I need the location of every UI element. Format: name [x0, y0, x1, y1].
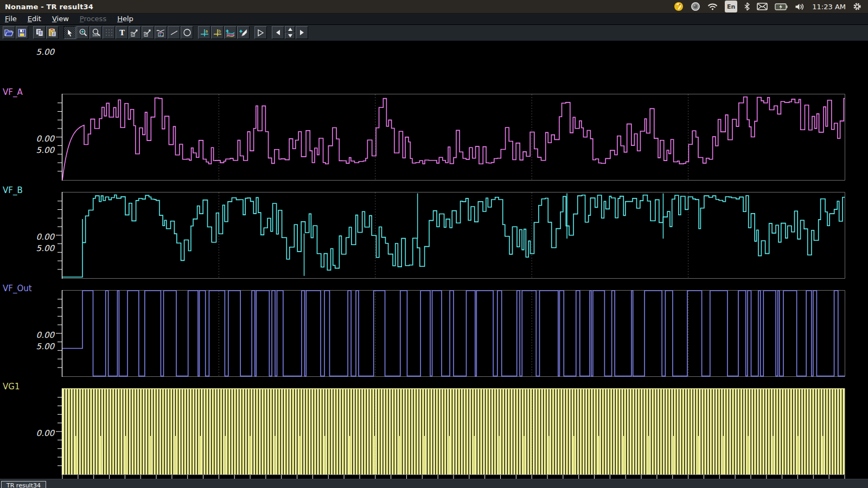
- svg-text:b: b: [218, 28, 221, 33]
- cursor-icon: [67, 29, 73, 37]
- probe-button[interactable]: [237, 26, 250, 39]
- copy-button[interactable]: [33, 26, 46, 39]
- ellipse-tool-icon: [183, 28, 192, 37]
- run-icon: [257, 29, 265, 37]
- nav-right-button[interactable]: [296, 26, 308, 39]
- menu-file[interactable]: File: [0, 14, 23, 24]
- cursor-a-icon: a: [200, 28, 209, 37]
- copy-icon: [35, 28, 44, 37]
- paste-icon: [48, 28, 57, 37]
- nav-left-icon: [276, 30, 280, 35]
- bluetooth-icon[interactable]: [744, 1, 750, 12]
- line-tool-icon: [170, 29, 178, 36]
- run-button[interactable]: [254, 26, 267, 39]
- interpolate-curve-button[interactable]: ?: [142, 26, 154, 39]
- battery-icon[interactable]: [775, 1, 788, 12]
- keyboard-layout-indicator[interactable]: En: [725, 1, 737, 12]
- y-max-label-4: 5.00: [16, 342, 54, 351]
- scale-curve-icon: a: [130, 28, 139, 37]
- window-title: Noname - TR result34: [0, 3, 93, 11]
- system-tray: En 11:23 AM: [674, 1, 868, 12]
- y-min-label-4: 0.00: [16, 429, 54, 438]
- desktop-screen: { "desktop": { "title": "Noname - TR res…: [0, 0, 868, 488]
- svg-text:a: a: [205, 28, 208, 33]
- select-tool-button[interactable]: [63, 26, 76, 39]
- pane-vg1[interactable]: [56, 388, 846, 475]
- paste-button[interactable]: [46, 26, 59, 39]
- cursor-a-button[interactable]: a: [198, 26, 210, 39]
- svg-text:T: T: [119, 29, 125, 36]
- grid-button: [103, 26, 115, 39]
- result-tab-bar: TR result34: [0, 479, 868, 488]
- menu-view[interactable]: View: [47, 14, 75, 24]
- waveform-plot-area[interactable]: 5.00 0.00 5.00 0.00 5.00 0.00 5.00 0.00 …: [0, 41, 868, 479]
- svg-text:x: x: [162, 34, 164, 37]
- grid-icon: [105, 29, 113, 36]
- menu-help[interactable]: Help: [112, 14, 139, 24]
- save-icon: [18, 29, 26, 37]
- menu-bar: File Edit View Process Help: [0, 13, 868, 25]
- svg-text:?: ?: [145, 34, 146, 37]
- spinner-down-icon: [288, 34, 292, 37]
- signal-label-vg1: VG1: [3, 382, 54, 391]
- camera-icon[interactable]: [691, 1, 700, 12]
- cursor-b-button[interactable]: b: [211, 26, 224, 39]
- spinner-down-button[interactable]: [285, 33, 295, 39]
- messenger-icon[interactable]: [674, 1, 684, 12]
- y-max-label-2: 5.00: [16, 146, 54, 155]
- toolbar: 100% T a ? x a b: [0, 24, 868, 41]
- y-min-label-1: 0.00: [16, 134, 54, 144]
- zoom-out-100-icon: 100%: [92, 28, 100, 37]
- signal-label-vf-out: VF_Out: [3, 284, 54, 293]
- text-tool-button[interactable]: T: [116, 26, 128, 39]
- y-min-label-2: 0.00: [16, 233, 54, 242]
- y-max-label-3: 5.00: [16, 244, 54, 253]
- y-min-label-3: 0.00: [16, 331, 54, 340]
- open-button[interactable]: [3, 26, 15, 39]
- spinner-up-button[interactable]: [285, 26, 295, 33]
- pane-vf-out[interactable]: [56, 290, 846, 377]
- open-folder-icon: [4, 29, 14, 36]
- cursor-b-icon: b: [213, 28, 222, 37]
- y-max-label-1: 5.00: [16, 48, 54, 57]
- ellipse-tool-button[interactable]: [181, 26, 193, 39]
- session-gear-icon[interactable]: [853, 1, 861, 12]
- save-button[interactable]: [16, 26, 28, 39]
- menu-edit[interactable]: Edit: [23, 14, 47, 24]
- text-tool-icon: T: [118, 29, 126, 36]
- tab-tr-result34[interactable]: TR result34: [1, 481, 46, 488]
- nav-spinner[interactable]: [285, 26, 295, 39]
- svg-text:a: a: [132, 34, 133, 37]
- zoom-in-icon: [79, 28, 87, 37]
- scale-curve-button[interactable]: a: [129, 26, 141, 39]
- curve-properties-button[interactable]: x: [155, 26, 167, 39]
- wifi-icon[interactable]: [707, 1, 718, 12]
- curve-properties-icon: x: [156, 28, 165, 37]
- zoom-in-button[interactable]: [76, 26, 89, 39]
- signal-label-vf-b: VF_B: [3, 186, 54, 195]
- add-curve-icon: [226, 28, 235, 37]
- volume-icon[interactable]: [795, 1, 805, 12]
- clock[interactable]: 11:23 AM: [812, 1, 846, 12]
- menu-process: Process: [75, 14, 112, 24]
- line-tool-button[interactable]: [168, 26, 180, 39]
- add-curve-button[interactable]: [224, 26, 237, 39]
- nav-left-button[interactable]: [272, 26, 284, 39]
- probe-icon: [239, 28, 248, 37]
- svg-text:100%: 100%: [92, 34, 100, 37]
- pane-vf-b[interactable]: [56, 192, 846, 279]
- spinner-up-icon: [288, 28, 292, 31]
- nav-right-icon: [300, 30, 304, 35]
- pane-vf-a[interactable]: [56, 94, 846, 181]
- zoom-out-100-button[interactable]: 100%: [90, 26, 102, 39]
- signal-label-vf-a: VF_A: [3, 88, 54, 97]
- interpolate-curve-icon: ?: [143, 28, 152, 37]
- mail-icon[interactable]: [757, 1, 768, 12]
- desktop-top-bar: Noname - TR result34 En 11:23 AM: [0, 0, 868, 14]
